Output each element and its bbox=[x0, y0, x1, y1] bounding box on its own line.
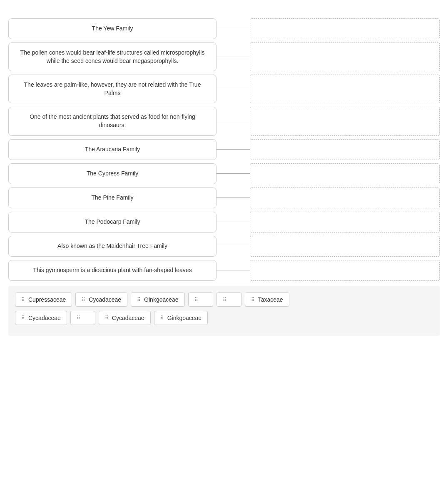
choices-row-1: ⠿Cupressaceae⠿Cycadaceae⠿Ginkgoaceae⠿⠿⠿T… bbox=[15, 292, 433, 307]
connector-6 bbox=[217, 163, 250, 184]
choice-label-c7: Cycadaceae bbox=[28, 315, 61, 321]
connector-10 bbox=[217, 260, 250, 281]
match-row-4: One of the most ancient plants that serv… bbox=[8, 107, 440, 135]
right-drop-1[interactable] bbox=[250, 18, 440, 39]
match-row-10: This gymnosperm is a dioecious plant wit… bbox=[8, 260, 440, 281]
choices-section: ⠿Cupressaceae⠿Cycadaceae⠿Ginkgoaceae⠿⠿⠿T… bbox=[8, 286, 440, 336]
choice-label-c9: Cycadaceae bbox=[112, 315, 144, 321]
choice-c2[interactable]: ⠿Cycadaceae bbox=[75, 292, 127, 307]
drag-handle-c7: ⠿ bbox=[21, 315, 25, 320]
right-drop-3[interactable] bbox=[250, 75, 440, 103]
drag-handle-empty-c8: ⠿ bbox=[77, 315, 80, 320]
match-row-8: The Podocarp Family bbox=[8, 212, 440, 232]
match-row-1: The Yew Family bbox=[8, 18, 440, 39]
match-row-7: The Pine Family bbox=[8, 188, 440, 208]
matching-area: The Yew FamilyThe pollen cones would bea… bbox=[8, 18, 440, 281]
left-item-3: The leaves are palm-like, however, they … bbox=[8, 75, 217, 103]
match-row-9: Also known as the Maidenhair Tree Family bbox=[8, 236, 440, 257]
choice-label-c1: Cupressaceae bbox=[28, 296, 66, 303]
choice-empty-c5[interactable]: ⠿ bbox=[217, 292, 241, 307]
right-drop-2[interactable] bbox=[250, 42, 440, 71]
drag-handle-c9: ⠿ bbox=[105, 315, 109, 320]
connector-5 bbox=[217, 139, 250, 160]
left-item-8: The Podocarp Family bbox=[8, 212, 217, 232]
choice-empty-c8[interactable]: ⠿ bbox=[70, 311, 95, 325]
drag-handle-c3: ⠿ bbox=[137, 297, 141, 302]
connector-9 bbox=[217, 236, 250, 257]
choice-label-c10: Ginkgoaceae bbox=[167, 315, 202, 321]
choice-c7[interactable]: ⠿Cycadaceae bbox=[15, 311, 67, 325]
left-item-7: The Pine Family bbox=[8, 188, 217, 208]
match-row-2: The pollen cones would bear leaf-life st… bbox=[8, 42, 440, 71]
left-item-10: This gymnosperm is a dioecious plant wit… bbox=[8, 260, 217, 281]
choices-area: ⠿Cupressaceae⠿Cycadaceae⠿Ginkgoaceae⠿⠿⠿T… bbox=[8, 286, 440, 336]
right-drop-4[interactable] bbox=[250, 107, 440, 135]
drag-handle-c10: ⠿ bbox=[160, 315, 164, 320]
left-item-4: One of the most ancient plants that serv… bbox=[8, 107, 217, 135]
right-drop-7[interactable] bbox=[250, 188, 440, 208]
choices-row-2: ⠿Cycadaceae⠿⠿Cycadaceae⠿Ginkgoaceae bbox=[15, 311, 433, 325]
right-drop-10[interactable] bbox=[250, 260, 440, 281]
choice-c3[interactable]: ⠿Ginkgoaceae bbox=[131, 292, 185, 307]
match-row-5: The Araucaria Family bbox=[8, 139, 440, 160]
drag-handle-c2: ⠿ bbox=[82, 297, 85, 302]
choice-label-c6: Taxaceae bbox=[258, 296, 283, 303]
left-item-5: The Araucaria Family bbox=[8, 139, 217, 160]
connector-2 bbox=[217, 42, 250, 71]
connector-7 bbox=[217, 188, 250, 208]
drag-handle-c1: ⠿ bbox=[21, 297, 25, 302]
right-drop-8[interactable] bbox=[250, 212, 440, 232]
connector-4 bbox=[217, 107, 250, 135]
connector-1 bbox=[217, 18, 250, 39]
connector-8 bbox=[217, 212, 250, 232]
drag-handle-empty-c4: ⠿ bbox=[194, 297, 198, 302]
choice-label-c3: Ginkgoaceae bbox=[144, 296, 179, 303]
choice-c9[interactable]: ⠿Cycadaceae bbox=[99, 311, 151, 325]
drag-handle-c6: ⠿ bbox=[251, 297, 255, 302]
choice-c6[interactable]: ⠿Taxaceae bbox=[245, 292, 289, 307]
left-item-1: The Yew Family bbox=[8, 18, 217, 39]
choice-c10[interactable]: ⠿Ginkgoaceae bbox=[154, 311, 208, 325]
right-drop-5[interactable] bbox=[250, 139, 440, 160]
left-item-6: The Cypress Family bbox=[8, 163, 217, 184]
drag-handle-empty-c5: ⠿ bbox=[223, 297, 226, 302]
match-row-6: The Cypress Family bbox=[8, 163, 440, 184]
right-drop-9[interactable] bbox=[250, 236, 440, 257]
right-drop-6[interactable] bbox=[250, 163, 440, 184]
match-row-3: The leaves are palm-like, however, they … bbox=[8, 75, 440, 103]
left-item-9: Also known as the Maidenhair Tree Family bbox=[8, 236, 217, 257]
connector-3 bbox=[217, 75, 250, 103]
choice-label-c2: Cycadaceae bbox=[89, 296, 121, 303]
left-item-2: The pollen cones would bear leaf-life st… bbox=[8, 42, 217, 71]
choice-empty-c4[interactable]: ⠿ bbox=[188, 292, 213, 307]
choice-c1[interactable]: ⠿Cupressaceae bbox=[15, 292, 72, 307]
